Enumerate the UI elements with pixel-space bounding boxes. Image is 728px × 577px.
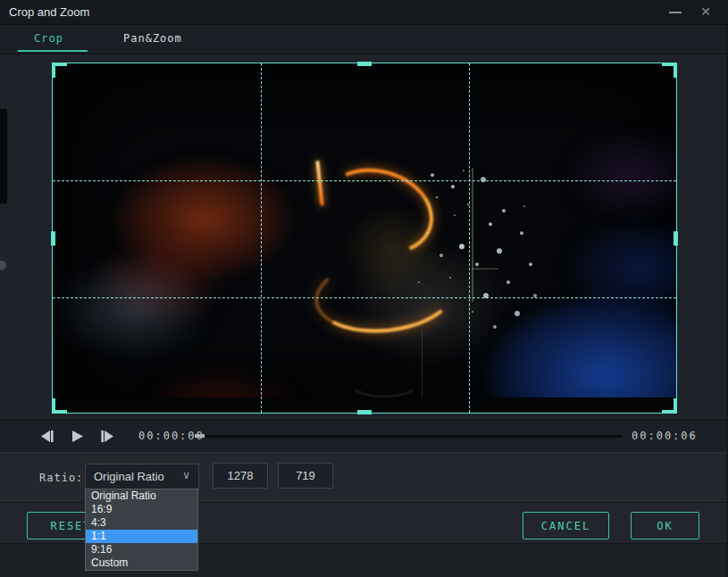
thirds-gridline-horizontal-2: [53, 297, 676, 298]
crop-handle-top-center[interactable]: [357, 62, 372, 66]
thirds-gridline-vertical-2: [469, 63, 470, 413]
tab-pan-zoom[interactable]: Pan&Zoom: [123, 32, 182, 45]
tab-bar: Crop Pan&Zoom: [0, 25, 726, 54]
playback-bar: 00:00:00 00:00:06: [0, 420, 726, 452]
seek-handle[interactable]: [195, 434, 205, 438]
thirds-gridline-vertical-1: [261, 63, 262, 413]
title-bar[interactable]: Crop and Zoom ✕: [0, 0, 726, 25]
crop-and-zoom-dialog: Crop and Zoom ✕ Crop Pan&Zoom: [0, 0, 728, 577]
crop-handle-middle-right[interactable]: [674, 231, 678, 246]
dialog-title: Crop and Zoom: [9, 5, 89, 19]
duration-time: 00:00:06: [632, 430, 698, 442]
background-window-artifact: [0, 109, 7, 204]
crop-handle-bottom-center[interactable]: [357, 410, 372, 414]
crop-width-input[interactable]: [213, 463, 268, 489]
play-button[interactable]: [68, 428, 88, 445]
seek-bar[interactable]: [195, 433, 622, 439]
chevron-down-icon: ∨: [182, 469, 190, 481]
active-tab-underline: [18, 50, 88, 52]
minimize-icon: [669, 12, 682, 13]
crop-handle-top-right[interactable]: [662, 63, 677, 78]
close-button[interactable]: ✕: [694, 4, 717, 21]
minimize-button[interactable]: [664, 4, 687, 21]
crop-selection-box[interactable]: [52, 63, 677, 414]
ratio-dropdown[interactable]: Original Ratio ∨: [85, 464, 199, 489]
crop-height-input[interactable]: [278, 463, 333, 489]
dropdown-option[interactable]: Original Ratio: [86, 489, 197, 503]
dropdown-option[interactable]: 4:3: [86, 516, 197, 530]
cancel-button[interactable]: CANCEL: [523, 512, 609, 539]
previous-frame-icon: [38, 428, 57, 445]
next-frame-icon: [97, 428, 117, 445]
video-preview-panel: [0, 54, 726, 420]
thirds-gridline-horizontal-1: [53, 180, 676, 181]
background-window-knob: [0, 260, 7, 271]
ok-button[interactable]: OK: [631, 512, 699, 539]
ratio-dropdown-list: Original Ratio16:94:31:19:16Custom: [85, 489, 198, 571]
seek-track[interactable]: [205, 435, 622, 438]
crop-handle-bottom-right[interactable]: [662, 398, 677, 414]
crop-handle-middle-left[interactable]: [51, 231, 55, 246]
tab-crop[interactable]: Crop: [34, 32, 63, 45]
dropdown-option[interactable]: 1:1: [86, 530, 197, 543]
close-icon: ✕: [700, 4, 711, 19]
dropdown-option[interactable]: 9:16: [86, 543, 197, 556]
dropdown-option[interactable]: 16:9: [86, 503, 197, 516]
crop-handle-bottom-left[interactable]: [52, 398, 67, 414]
crop-handle-top-left[interactable]: [52, 63, 67, 78]
previous-frame-button[interactable]: [38, 428, 57, 445]
ratio-label: Ratio:: [39, 472, 83, 484]
play-icon: [68, 428, 88, 445]
dropdown-option[interactable]: Custom: [86, 556, 197, 570]
ratio-selected-value: Original Ratio: [94, 470, 164, 483]
next-frame-button[interactable]: [97, 428, 117, 445]
